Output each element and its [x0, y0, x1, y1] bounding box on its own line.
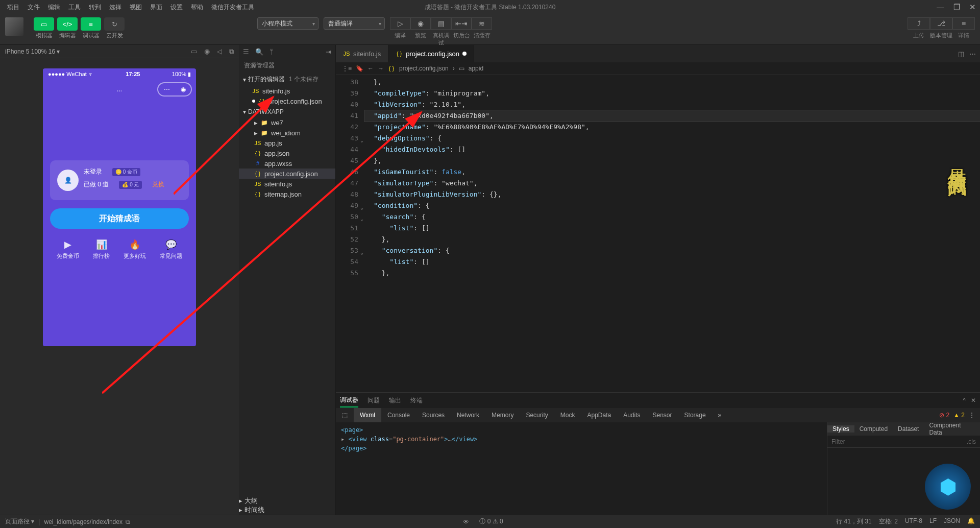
bell-icon[interactable]: 🔔 [967, 517, 975, 526]
encoding[interactable]: UTF-8 [905, 517, 922, 526]
close-icon[interactable]: ✕ [969, 3, 976, 12]
outline-section[interactable]: ▸ 大纲 [239, 496, 335, 506]
remote-debug-icon[interactable]: ▤ [431, 17, 451, 30]
minimize-icon[interactable]: — [937, 3, 944, 12]
copy-icon[interactable]: ⧉ [126, 518, 130, 525]
debugger-button[interactable]: ≡ [81, 17, 101, 31]
background-icon[interactable]: ⇤⇥ [451, 17, 472, 30]
maximize-icon[interactable]: ❐ [953, 3, 960, 12]
cursor-pos[interactable]: 行 41，列 31 [836, 517, 871, 526]
more-icon[interactable]: ⋯ [969, 50, 976, 58]
root-section[interactable]: ▾ DATIWXAPP [239, 106, 335, 117]
file-app-wxss[interactable]: #app.wxss [239, 158, 335, 169]
search-icon[interactable]: 🔍 [255, 48, 263, 56]
bp-tab-problems[interactable]: 问题 [368, 394, 380, 407]
preview-icon[interactable]: ◉ [410, 17, 431, 30]
details-icon[interactable]: ≡ [952, 17, 975, 30]
simulator-button[interactable]: ▭ [34, 17, 54, 31]
dt-security[interactable]: Security [520, 408, 554, 422]
rt-styles[interactable]: Styles [827, 425, 854, 433]
folder-wei-idiom[interactable]: ▸ 📁wei_idiom [239, 128, 335, 138]
dt-memory[interactable]: Memory [485, 408, 520, 422]
bp-tab-debugger[interactable]: 调试器 [340, 394, 358, 407]
dt-console[interactable]: Console [381, 408, 416, 422]
menu-select[interactable]: 选择 [106, 2, 125, 13]
collapse-icon[interactable]: ⇥ [326, 48, 331, 56]
menu-project[interactable]: 项目 [4, 2, 22, 13]
menu-tools[interactable]: 工具 [65, 2, 84, 13]
dt-audits[interactable]: Audits [617, 408, 646, 422]
folder-we7[interactable]: ▸ 📁we7 [239, 117, 335, 128]
bookmark-icon[interactable]: 🔖 [356, 65, 363, 72]
timeline-section[interactable]: ▸ 时间线 [239, 506, 335, 515]
dt-storage[interactable]: Storage [678, 408, 712, 422]
dt-mock[interactable]: Mock [554, 408, 581, 422]
grid-free-coin[interactable]: ▶免费金币 [57, 239, 79, 260]
menu-goto[interactable]: 转到 [86, 2, 104, 13]
file-siteinfo-js[interactable]: JSsiteinfo.js [239, 179, 335, 189]
error-badge[interactable]: ⊘ 2 [939, 412, 949, 419]
page-path-label[interactable]: 页面路径 ▾ [5, 517, 34, 526]
filter-input[interactable]: Filter [831, 438, 845, 445]
version-icon[interactable]: ⎇ [930, 17, 952, 30]
start-button[interactable]: 开始猜成语 [50, 208, 189, 229]
file-project-config[interactable]: { }project.config.json [239, 169, 335, 179]
rotate-icon[interactable]: ▭ [191, 47, 197, 55]
menu-ui[interactable]: 界面 [147, 2, 165, 13]
split-editor-icon[interactable]: ◫ [958, 50, 964, 58]
device-select[interactable]: iPhone 5 100% 16 ▾ [5, 48, 60, 55]
menu-wechat[interactable]: 微信开发者工具 [208, 2, 257, 13]
compile-dropdown[interactable]: 普通编译 [324, 17, 385, 30]
menu-view[interactable]: 视图 [127, 2, 145, 13]
cls-toggle[interactable]: .cls [967, 438, 976, 445]
close-panel-icon[interactable]: ✕ [971, 397, 976, 404]
file-app-js[interactable]: JSapp.js [239, 138, 335, 148]
menu-help[interactable]: 帮助 [188, 2, 206, 13]
dt-network[interactable]: Network [451, 408, 485, 422]
clear-cache-icon[interactable]: ≋ [472, 17, 492, 30]
editor-button[interactable]: </> [57, 17, 78, 31]
dt-appdata[interactable]: AppData [581, 408, 617, 422]
exchange-link[interactable]: 兑换 [152, 180, 164, 189]
rt-component[interactable]: Component Data [924, 422, 980, 436]
file-sitemap-json[interactable]: { }sitemap.json [239, 189, 335, 199]
dt-sources[interactable]: Sources [416, 408, 451, 422]
warn-badge[interactable]: ▲ 2 [953, 412, 965, 419]
upload-icon[interactable]: ⤴ [908, 17, 930, 30]
open-editors-section[interactable]: ▾ 打开的编辑器 1 个未保存 [239, 73, 335, 86]
share-icon[interactable]: ◁ [217, 47, 222, 55]
code-editor[interactable]: 383940414243⌄444546474849⌄50⌄515253⌄5455… [336, 75, 980, 392]
menu-settings[interactable]: 设置 [167, 2, 186, 13]
breadcrumb-symbol[interactable]: appid [469, 65, 483, 72]
grid-rank[interactable]: 📊排行榜 [93, 239, 110, 260]
rt-computed[interactable]: Computed [854, 425, 893, 433]
avatar[interactable] [5, 17, 23, 36]
problems-count[interactable]: ⓘ 0 ⚠ 0 [479, 517, 503, 526]
record-icon[interactable]: ◉ [204, 47, 210, 55]
explorer-menu-icon[interactable]: ☰ [243, 48, 249, 56]
dt-more-icon[interactable]: » [712, 408, 728, 422]
open-file-siteinfo[interactable]: JSsiteinfo.js [239, 86, 335, 96]
eol[interactable]: LF [929, 517, 937, 526]
tab-siteinfo[interactable]: JSsiteinfo.js [336, 45, 388, 62]
dt-wxml[interactable]: Wxml [354, 408, 381, 422]
file-app-json[interactable]: { }app.json [239, 148, 335, 158]
devtools-more-icon[interactable]: ⋮ [969, 412, 975, 419]
menu-file[interactable]: 文件 [24, 2, 43, 13]
page-path[interactable]: wei_idiom/pages/index/index [44, 518, 122, 525]
wxml-tree[interactable]: <page> ▸ <view class="pg-container">…</v… [336, 422, 827, 515]
grid-faq[interactable]: 💬常见问题 [160, 239, 182, 260]
menu-edit[interactable]: 编辑 [45, 2, 63, 13]
devtools-select-icon[interactable]: ⬚ [336, 408, 354, 422]
grid-more[interactable]: 🔥更多好玩 [124, 239, 146, 260]
open-file-project-config[interactable]: { }project.config.json [239, 96, 335, 106]
expand-icon[interactable]: ^ [963, 397, 966, 404]
fwd-icon[interactable]: → [378, 65, 384, 72]
breadcrumb-file[interactable]: project.config.json [399, 65, 449, 72]
rt-dataset[interactable]: Dataset [893, 425, 924, 433]
eye-icon[interactable]: 👁 [463, 518, 469, 525]
tab-project-config[interactable]: { }project.config.json [388, 45, 474, 62]
mode-dropdown[interactable]: 小程序模式 [257, 17, 318, 30]
git-icon[interactable]: ᛘ [270, 48, 274, 56]
capsule-button[interactable]: ⋯◉ [157, 82, 192, 97]
